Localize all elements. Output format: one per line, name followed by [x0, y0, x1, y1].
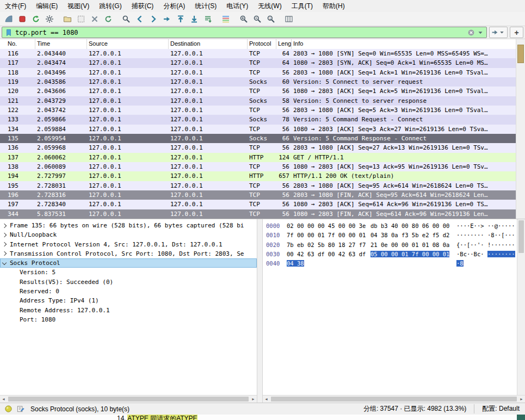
expand-icon[interactable]	[2, 223, 7, 227]
scroll-left-arrow-icon[interactable]: ◄	[263, 397, 270, 401]
column-header-source[interactable]: Source	[87, 39, 169, 49]
scrollbar-thumb[interactable]	[517, 45, 524, 63]
go-last-button[interactable]	[188, 13, 200, 25]
clear-filter-icon[interactable]	[466, 28, 475, 37]
menu-help[interactable]: 帮助(H)	[318, 0, 350, 12]
close-file-button[interactable]	[88, 13, 101, 25]
detail-line-6[interactable]: Results(V5): Succeeded (0)	[0, 277, 257, 287]
expert-info-icon[interactable]	[3, 404, 13, 414]
packet-row-138[interactable]: 1382.060089127.0.0.1127.0.0.1TCP561080 →…	[0, 162, 516, 171]
packet-row-133[interactable]: 1332.059866127.0.0.1127.0.0.1Socks78Vers…	[0, 115, 516, 124]
collapse-icon[interactable]	[2, 260, 7, 264]
packet-row-195[interactable]: 1952.728031127.0.0.1127.0.0.1TCP562803 →…	[0, 181, 516, 190]
detail-line-5[interactable]: Version: 5	[0, 268, 257, 277]
capture-comment-icon[interactable]	[15, 404, 25, 414]
restart-capture-button[interactable]	[29, 13, 42, 25]
packet-row-137[interactable]: 1372.060062127.0.0.1127.0.0.1HTTP124GET …	[0, 153, 516, 162]
menu-capture[interactable]: 捕获(C)	[127, 0, 159, 12]
detail-line-8[interactable]: Address Type: IPv4 (1)	[0, 296, 257, 305]
detail-line-2[interactable]: Internet Protocol Version 4, Src: 127.0.…	[0, 240, 257, 249]
detail-line-0[interactable]: Frame 135: 66 bytes on wire (528 bits), …	[0, 221, 257, 230]
hex-line-0020[interactable]: 00207b eb 02 5b 80 18 27 f721 0e 00 00 0…	[263, 240, 517, 250]
bytes-hscrollbar[interactable]: ◄ ►	[263, 395, 525, 403]
column-header-time[interactable]: Time	[35, 39, 87, 49]
column-header-destination[interactable]: Destination	[169, 39, 248, 49]
packet-row-197[interactable]: 1972.728340127.0.0.1127.0.0.1TCP561080 →…	[0, 200, 516, 209]
scroll-left-arrow-icon[interactable]: ◄	[0, 397, 7, 401]
scroll-right-arrow-icon[interactable]: ►	[250, 397, 257, 401]
scrollbar-thumb[interactable]	[8, 397, 249, 402]
detail-line-3[interactable]: Transmission Control Protocol, Src Port:…	[0, 249, 257, 258]
stop-capture-button[interactable]	[16, 13, 28, 25]
menu-telephony[interactable]: 电话(Y)	[221, 0, 253, 12]
detail-line-9[interactable]: Remote Address: 127.0.0.1	[0, 306, 257, 315]
details-hscrollbar[interactable]: ◄ ►	[0, 395, 257, 403]
packet-list-scrollbar[interactable]	[516, 39, 525, 219]
column-header-info[interactable]: Info	[292, 39, 516, 49]
menu-edit[interactable]: 编辑(E)	[31, 0, 63, 12]
colorize-packets-button[interactable]	[219, 13, 232, 25]
scrollbar-thumb[interactable]	[518, 220, 524, 253]
scrollbar-thumb[interactable]	[271, 397, 517, 402]
packet-row-122[interactable]: 1222.043742127.0.0.1127.0.0.1TCP562803 →…	[0, 106, 516, 115]
packet-row-344[interactable]: 3445.837531127.0.0.1127.0.0.1TCP561080 →…	[0, 209, 516, 219]
expand-icon[interactable]	[2, 233, 7, 237]
packet-row-119[interactable]: 1192.043586127.0.0.1127.0.0.1Socks60Vers…	[0, 77, 516, 87]
menu-go[interactable]: 跳转(G)	[94, 0, 126, 12]
display-filter-input[interactable]: tcp.port == 1080	[2, 27, 487, 38]
menu-statistics[interactable]: 统计(S)	[190, 0, 221, 12]
find-packet-button[interactable]	[120, 13, 132, 25]
detail-line-7[interactable]: Reserved: 0	[0, 287, 257, 296]
expand-icon[interactable]	[2, 251, 7, 256]
scroll-right-arrow-icon[interactable]: ►	[518, 397, 525, 401]
packet-row-134[interactable]: 1342.059884127.0.0.1127.0.0.1TCP561080 →…	[0, 125, 516, 134]
resize-columns-button[interactable]	[282, 13, 295, 25]
packet-row-118[interactable]: 1182.043496127.0.0.1127.0.0.1TCP562803 →…	[0, 68, 516, 77]
packet-row-136[interactable]: 1362.059968127.0.0.1127.0.0.1TCP562803 →…	[0, 143, 516, 152]
save-file-button[interactable]	[75, 13, 87, 25]
filter-bookmark-icon[interactable]	[4, 28, 13, 37]
go-first-button[interactable]	[174, 13, 187, 25]
go-to-packet-button[interactable]	[160, 13, 173, 25]
packet-row-135[interactable]: 1352.059954127.0.0.1127.0.0.1Socks66Vers…	[0, 134, 516, 143]
apply-filter-button[interactable]	[489, 27, 508, 38]
capture-options-button[interactable]	[43, 13, 55, 25]
column-header-length[interactable]: Length	[276, 39, 292, 49]
menu-file[interactable]: 文件(F)	[0, 0, 31, 12]
go-forward-button[interactable]	[147, 13, 159, 25]
detail-line-4[interactable]: Socks Protocol	[0, 258, 257, 268]
packet-row-121[interactable]: 1212.043729127.0.0.1127.0.0.1Socks58Vers…	[0, 96, 516, 106]
menu-view[interactable]: 视图(V)	[63, 0, 94, 12]
expand-icon[interactable]	[2, 242, 7, 246]
hex-line-0040[interactable]: 004004 38·8	[263, 259, 517, 268]
zoom-reset-button[interactable]: 1	[264, 13, 277, 25]
packet-row-116[interactable]: 1162.043440127.0.0.1127.0.0.1TCP642803 →…	[0, 49, 516, 58]
pane-splitter[interactable]	[257, 219, 263, 403]
packet-row-117[interactable]: 1172.043474127.0.0.1127.0.0.1TCP641080 →…	[0, 58, 516, 67]
detail-line-1[interactable]: Null/Loopback	[0, 230, 257, 239]
hex-line-0030[interactable]: 003000 42 63 df 00 42 63 df05 00 00 01 7…	[263, 250, 517, 259]
column-header-no[interactable]: No.	[0, 39, 35, 49]
reload-file-button[interactable]	[102, 13, 114, 25]
packet-row-196[interactable]: 1962.728316127.0.0.1127.0.0.1TCP562803 →…	[0, 190, 516, 200]
auto-scroll-button[interactable]	[201, 13, 214, 25]
zoom-out-button[interactable]	[251, 13, 263, 25]
menu-tools[interactable]: 工具(T)	[287, 0, 318, 12]
start-capture-button[interactable]	[2, 13, 15, 25]
packet-row-194[interactable]: 1942.727997127.0.0.1127.0.0.1HTTP657HTTP…	[0, 171, 516, 181]
hex-line-0010[interactable]: 00107f 00 00 01 7f 00 00 0104 38 0a f3 5…	[263, 231, 517, 240]
status-profile[interactable]: 配置: Default	[474, 404, 520, 413]
hex-line-0000[interactable]: 000002 00 00 00 45 00 00 3edb b3 40 00 8…	[263, 221, 517, 231]
open-file-button[interactable]	[61, 13, 73, 25]
menu-analyze[interactable]: 分析(A)	[158, 0, 190, 12]
detail-line-10[interactable]: Port: 1080	[0, 315, 257, 324]
menu-wireless[interactable]: 无线(W)	[253, 0, 286, 12]
go-back-button[interactable]	[133, 13, 146, 25]
column-header-protocol[interactable]: Protocol	[248, 39, 276, 49]
add-filter-button[interactable]: +	[510, 27, 523, 38]
filter-history-caret-icon[interactable]	[475, 28, 485, 37]
bytes-vscrollbar[interactable]	[517, 219, 525, 396]
zoom-in-button[interactable]	[237, 13, 250, 25]
filter-expression[interactable]: tcp.port == 1080	[13, 29, 466, 36]
packet-row-120[interactable]: 1202.043606127.0.0.1127.0.0.1TCP561080 →…	[0, 87, 516, 96]
